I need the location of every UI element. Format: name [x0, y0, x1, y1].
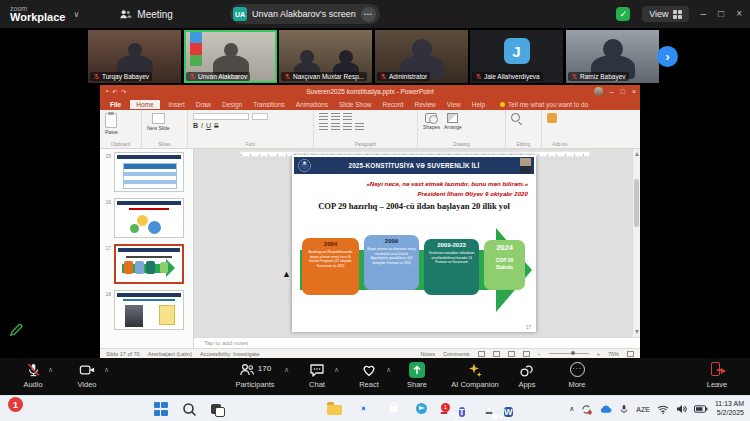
ppt-restore-button[interactable]: □ — [621, 88, 625, 95]
current-slide[interactable]: * 2025-KONSTİTUSİYA VƏ SUVERENLİK İLİ «N… — [292, 155, 536, 332]
new-slide-button[interactable]: New Slide — [147, 113, 170, 131]
language-switcher[interactable]: AZE — [636, 406, 650, 413]
task-view-button[interactable] — [210, 401, 227, 418]
share-button[interactable]: Share — [386, 362, 448, 389]
thumbnail-preview[interactable] — [114, 244, 184, 284]
notes-toggle[interactable]: Notes — [421, 351, 435, 357]
minimize-button[interactable]: – — [701, 9, 707, 19]
fit-slide-button[interactable] — [627, 351, 634, 357]
paste-button[interactable]: Paste — [105, 113, 118, 135]
volume-icon[interactable] — [676, 404, 687, 414]
orange-app-icon[interactable] — [268, 401, 285, 418]
audio-button[interactable]: Audio — [2, 362, 64, 389]
slide-title[interactable]: COP 29 hazırlıq – 2004-cü ildən başlayan… — [292, 201, 536, 211]
arrange-button[interactable]: Arrange — [444, 113, 462, 130]
edge-icon[interactable] — [297, 401, 314, 418]
video-tile-turqay[interactable]: Turqay Babayev — [88, 30, 181, 83]
tray-mic-icon[interactable] — [619, 404, 629, 414]
thumbnail-preview[interactable] — [114, 290, 184, 330]
slide-header-bar[interactable]: * 2025-KONSTİTUSİYA VƏ SUVERENLİK İLİ — [294, 157, 534, 174]
chrome-icon[interactable] — [355, 401, 372, 418]
justify-button[interactable] — [355, 123, 364, 131]
scrollbar-thumb[interactable] — [634, 179, 639, 227]
slide-canvas[interactable]: * 2025-KONSTİTUSİYA VƏ SUVERENLİK İLİ «N… — [194, 149, 640, 337]
vertical-scrollbar[interactable] — [632, 149, 640, 337]
view-button[interactable]: View — [642, 6, 688, 22]
screen-share-indicator[interactable]: UA Unvan Alakbarov's screen ••• — [230, 4, 380, 24]
thumbnail-slide-15[interactable]: 15 — [102, 152, 193, 192]
ppt-minimize-button[interactable]: – — [610, 88, 614, 95]
tab-draw[interactable]: Draw — [194, 100, 213, 109]
thumbnail-slide-16[interactable]: 16 — [102, 198, 193, 238]
timeline-box-2009[interactable]: 2009 Bərpa olunan və alternativ enerji m… — [364, 235, 419, 290]
slideshow-view-button[interactable] — [523, 351, 530, 357]
shapes-button[interactable]: Shapes — [423, 113, 440, 130]
strikethrough-button[interactable]: S — [214, 122, 219, 129]
ppt-close-button[interactable]: × — [632, 88, 636, 95]
copilot-icon[interactable] — [239, 401, 256, 418]
telegram-icon[interactable] — [413, 401, 430, 418]
clock[interactable]: 11:13 AM 5/2/2025 — [715, 400, 744, 418]
search-button[interactable] — [181, 401, 198, 418]
share-options-button[interactable]: ••• — [361, 7, 376, 22]
addins-button[interactable] — [547, 113, 557, 123]
align-left-button[interactable] — [319, 123, 328, 131]
bold-button[interactable]: B — [193, 122, 198, 129]
tell-me-search[interactable]: Tell me what you want to do — [500, 101, 588, 108]
normal-view-button[interactable] — [478, 351, 485, 357]
participants-button[interactable]: 170 Participants — [224, 362, 286, 389]
numbering-button[interactable] — [331, 113, 340, 121]
video-tile-naxcivan[interactable]: Naxçıvan Muxtar Resp... — [279, 30, 372, 83]
tab-insert[interactable]: Insert — [167, 100, 187, 109]
notes-pane[interactable]: Tap to add notes — [194, 337, 640, 348]
tab-animations[interactable]: Animations — [294, 100, 330, 109]
video-tile-ramiz[interactable]: Ramiz Babayev — [566, 30, 659, 83]
thumbnail-preview[interactable] — [114, 152, 184, 192]
thumbnail-preview[interactable] — [114, 198, 184, 238]
video-options-chevron[interactable]: ∧ — [104, 366, 109, 374]
zoom-slider[interactable] — [549, 353, 589, 354]
indent-button[interactable] — [343, 113, 352, 121]
thumbnail-slide-17-selected[interactable]: 17 — [102, 244, 193, 284]
annotate-pencil-button[interactable] — [6, 320, 26, 340]
zoom-in-button[interactable]: + — [597, 351, 600, 357]
tab-review[interactable]: Review — [412, 100, 437, 109]
align-center-button[interactable] — [331, 123, 340, 131]
microsoft-store-icon[interactable] — [384, 401, 401, 418]
maximize-button[interactable]: □ — [718, 9, 724, 19]
next-participants-button[interactable]: › — [657, 46, 678, 67]
battery-icon[interactable] — [694, 405, 708, 413]
notification-badge[interactable]: 1 — [8, 397, 23, 412]
close-button[interactable]: × — [736, 9, 742, 19]
quote-text[interactable]: «Nəyi necə, nə vaxt etmək lazımdır, bunu… — [366, 179, 528, 199]
whatsapp-icon[interactable]: 1 — [442, 407, 446, 411]
tab-home[interactable]: Home — [130, 100, 159, 109]
security-shield-icon[interactable]: ✓ — [616, 7, 630, 21]
start-button[interactable] — [152, 401, 169, 418]
sync-icon[interactable] — [581, 404, 592, 415]
tab-meeting[interactable]: Meeting — [119, 8, 173, 21]
file-explorer-icon[interactable] — [326, 401, 343, 418]
tab-design[interactable]: Design — [220, 100, 244, 109]
slide-sorter-view-button[interactable] — [493, 351, 500, 357]
tab-file[interactable]: File — [108, 100, 123, 109]
audio-options-chevron[interactable]: ∧ — [48, 366, 53, 374]
scroll-down-arrow[interactable] — [635, 330, 639, 334]
zoom-out-button[interactable]: − — [538, 351, 541, 357]
align-right-button[interactable] — [343, 123, 352, 131]
account-avatar[interactable] — [594, 87, 603, 96]
leave-button[interactable]: Leave — [686, 362, 748, 389]
timeline-box-2004[interactable]: 2004 Azərbaycan Respublikasında bərpa ol… — [302, 238, 359, 295]
thumbnail-slide-18[interactable]: 18 — [102, 290, 193, 330]
word-icon[interactable]: W — [503, 401, 520, 418]
font-size-dropdown[interactable] — [252, 113, 268, 120]
video-tile-administrator[interactable]: Administrator — [375, 30, 468, 83]
tab-record[interactable]: Record — [380, 100, 405, 109]
timeline-box-2024[interactable]: 2024 COP 29 Bakıda — [484, 240, 525, 290]
reading-view-button[interactable] — [508, 351, 515, 357]
tab-help[interactable]: Help — [470, 100, 487, 109]
onedrive-cloud-icon[interactable] — [599, 404, 612, 414]
teams-icon[interactable]: T — [458, 401, 475, 418]
workspace-chevron-icon[interactable]: ∨ — [73, 10, 79, 19]
zoom-percentage[interactable]: 76% — [608, 351, 619, 357]
